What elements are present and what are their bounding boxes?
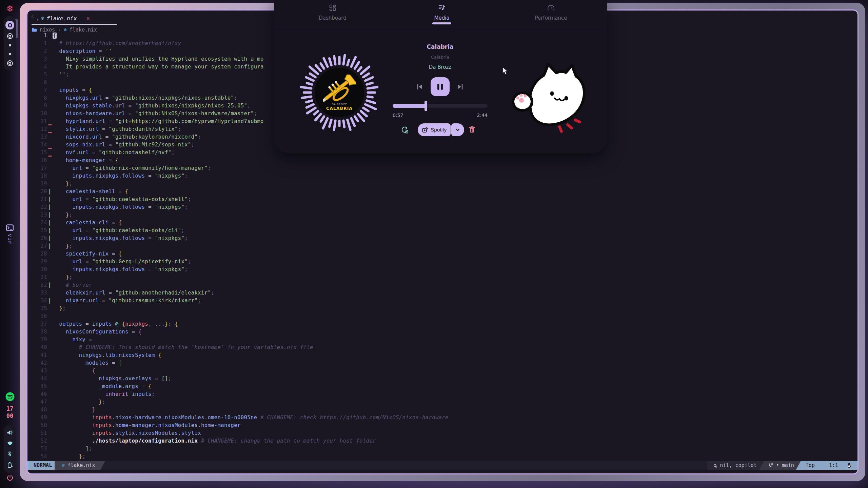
code-line: 28 spicetify-nix = { (27, 250, 857, 258)
workspace-1[interactable] (5, 21, 14, 29)
line-number: 47 (27, 398, 47, 406)
volume-icon[interactable] (7, 430, 13, 435)
line-number: 48 (27, 406, 47, 414)
playlist-music-icon (438, 4, 446, 12)
git-sign (47, 422, 53, 429)
line-number: 1 (27, 32, 47, 40)
code-line: 45 _module.args = { (27, 383, 857, 390)
line-number: 24 (27, 219, 47, 227)
spotify-source-button[interactable]: Spotify (418, 123, 451, 136)
spotify-icon[interactable] (0, 392, 20, 401)
line-number: 12 (27, 125, 47, 133)
git-sign (47, 211, 53, 219)
code-line: 35 }; (27, 305, 857, 312)
battery-icon[interactable] (7, 462, 13, 468)
nix-file-icon: ❄ (61, 462, 64, 468)
scroll-position: Top (806, 462, 815, 468)
git-sign (47, 164, 53, 172)
total-time: 2:44 (477, 113, 488, 118)
line-number: 50 (27, 422, 47, 429)
code-line: 34 nixarr.url = "github:rasmus-kirk/nixa… (27, 297, 857, 305)
git-sign (47, 47, 53, 55)
line-number: 18 (27, 172, 47, 180)
autoplay-toggle-button[interactable] (401, 126, 409, 135)
progress-handle[interactable] (425, 101, 427, 111)
git-sign (47, 196, 53, 203)
line-number: 37 (27, 320, 47, 328)
panel-divider (274, 28, 607, 28)
line-number: 6 (27, 79, 47, 86)
sidebar-bar: ❄ vim 17 00 (0, 0, 20, 488)
pause-icon (436, 82, 445, 91)
git-sign (47, 437, 53, 445)
line-number: 39 (27, 336, 47, 344)
line-number: 4 (27, 63, 47, 71)
code-line: 36 (27, 312, 857, 320)
workspace-switcher[interactable] (4, 16, 16, 70)
branch-bullet: • (776, 462, 779, 468)
line-number: 44 (27, 375, 47, 383)
tab-performance[interactable]: Performance (520, 0, 581, 21)
git-sign (47, 242, 53, 250)
git-sign (47, 141, 53, 149)
chevron-down-icon (455, 127, 461, 133)
branch-name: main (782, 462, 794, 468)
line-number: 38 (27, 328, 47, 336)
cursor-coordinates: 1:1 (829, 462, 838, 468)
git-sign (47, 79, 53, 86)
line-number: 2 (27, 47, 47, 55)
previous-track-button[interactable] (416, 83, 424, 92)
track-title: Calabria (389, 43, 491, 50)
remove-player-button[interactable] (469, 126, 476, 134)
line-number: 33 (27, 289, 47, 297)
pause-button[interactable] (431, 77, 450, 96)
workspace-5[interactable] (7, 60, 13, 66)
clock: 17 00 (0, 405, 20, 420)
folder-icon (32, 27, 37, 32)
workspace-4[interactable] (9, 53, 11, 55)
line-number: 15 (27, 149, 47, 157)
workspace-3[interactable] (9, 44, 11, 46)
line-number: 1 (27, 40, 47, 47)
code-line: 17 url = "github:nix-community/home-mana… (27, 164, 857, 172)
git-sign (47, 235, 53, 242)
progress-fill (393, 104, 426, 108)
progress-bar[interactable] (393, 104, 488, 108)
line-number: 11 (27, 118, 47, 125)
code-line: 31 }; (27, 273, 857, 281)
player-dropdown-button[interactable] (451, 123, 464, 136)
clock-hour: 17 (6, 405, 13, 412)
git-sign (47, 118, 53, 125)
power-button[interactable] (0, 474, 20, 481)
git-branch-icon (768, 463, 773, 468)
code-line: 27 }; (27, 242, 857, 250)
tab-dashboard[interactable]: Dashboard (302, 0, 363, 21)
line-number: 22 (27, 203, 47, 211)
tab-media[interactable]: Media (411, 0, 472, 21)
buffer-tab[interactable]: 6·1 ❄ flake.nix × (32, 13, 90, 24)
tab-label: Media (411, 15, 472, 21)
line-number: 42 (27, 359, 47, 367)
git-sign (47, 125, 53, 133)
line-number: 3 (27, 55, 47, 63)
git-sign (47, 71, 53, 79)
bluetooth-icon[interactable] (7, 451, 12, 457)
tab-close-icon[interactable]: × (86, 15, 90, 22)
line-number: 23 (27, 211, 47, 219)
git-sign (47, 258, 53, 266)
git-sign (47, 273, 53, 281)
git-sign (47, 157, 53, 164)
code-line: 23 }; (27, 211, 857, 219)
active-tab-indicator (432, 22, 451, 24)
wifi-icon[interactable] (7, 441, 13, 446)
line-number: 52 (27, 437, 47, 445)
git-sign (47, 367, 53, 375)
git-branch-indicator[interactable]: • main (760, 461, 801, 470)
git-sign (47, 312, 53, 320)
git-sign (47, 40, 53, 47)
code-line: 38 nixosConfigurations = { (27, 328, 857, 336)
clock-minute: 00 (6, 412, 13, 420)
workspace-2[interactable] (7, 33, 13, 39)
next-track-button[interactable] (456, 83, 464, 92)
line-number: 51 (27, 429, 47, 437)
